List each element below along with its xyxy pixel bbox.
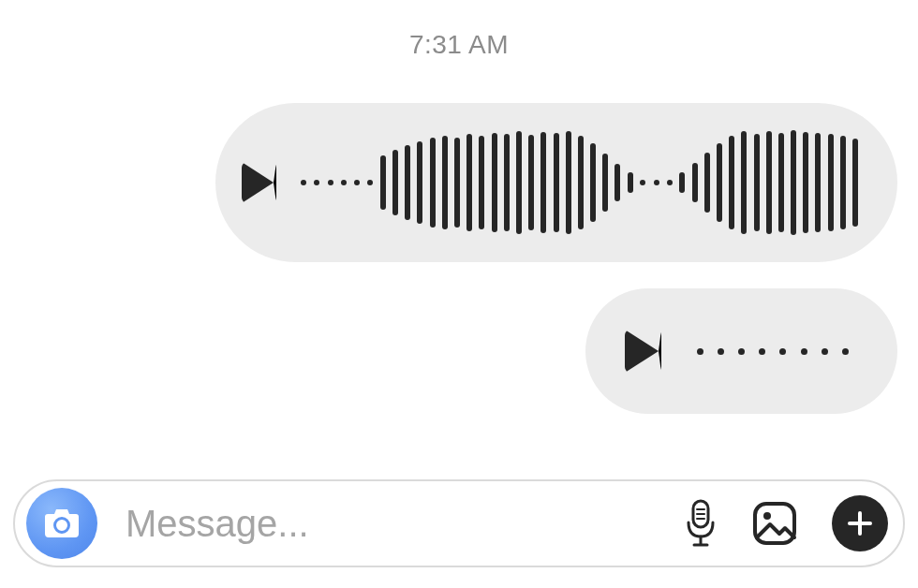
waveform-segment [328,180,333,185]
waveform-segment [778,133,784,232]
voice-message[interactable] [585,288,897,414]
chat-screen: 7:31 AM [0,0,918,588]
waveform-segment [766,131,772,234]
svg-rect-7 [755,504,794,543]
camera-icon [43,507,81,539]
gallery-button[interactable] [751,500,798,547]
waveform-segment [314,180,319,185]
waveform-segment [840,136,846,229]
waveform-segment [492,133,497,232]
waveform-segment [828,134,834,231]
waveform-segment [842,348,849,355]
waveform-segment [442,136,448,229]
waveform-segment [654,180,659,185]
play-icon[interactable] [625,330,661,373]
waveform-segment [803,132,808,233]
more-button[interactable] [832,495,888,551]
waveform-segment [614,164,620,201]
waveform[interactable] [301,130,858,235]
message-input[interactable] [124,502,658,546]
mic-icon [684,499,718,548]
waveform-segment [697,348,703,355]
waveform-segment [540,132,546,233]
waveform-segment [528,135,534,230]
waveform-segment [822,348,828,355]
waveform-segment [554,133,559,232]
waveform-segment [718,348,724,355]
waveform-segment [741,131,747,234]
conversation-timestamp: 7:31 AM [0,30,918,60]
waveform-segment [392,150,398,215]
waveform-segment [417,141,422,224]
plus-icon [846,509,874,537]
waveform-segment [729,136,734,229]
waveform-segment [791,130,796,235]
waveform-segment [590,143,596,222]
waveform-segment [602,154,608,212]
waveform-segment [405,145,410,220]
voice-message[interactable] [215,103,897,262]
waveform-segment [454,138,460,228]
waveform-segment [754,134,760,231]
waveform-segment [354,180,360,185]
waveform-segment [779,348,786,355]
waveform-segment [301,180,306,185]
composer-actions [684,495,888,551]
message-list [215,103,897,414]
waveform-segment [430,138,436,228]
camera-button[interactable] [26,488,97,559]
gallery-icon [751,500,798,547]
waveform-segment [679,172,685,193]
waveform-segment [566,131,571,234]
play-icon[interactable] [242,162,276,203]
waveform-segment [466,134,472,231]
waveform-segment [367,180,373,185]
waveform-segment [815,133,821,232]
waveform-segment [516,131,522,234]
waveform-segment [704,153,710,213]
waveform-segment [640,180,645,185]
waveform-segment [692,163,698,202]
waveform-segment [578,136,584,229]
waveform-segment [504,134,510,231]
waveform-segment [801,348,807,355]
waveform-segment [341,180,347,185]
message-composer [13,479,905,567]
waveform-segment [738,348,745,355]
waveform-segment [667,180,673,185]
mic-button[interactable] [684,499,718,548]
waveform-segment [852,139,858,227]
waveform[interactable] [693,348,852,355]
svg-point-8 [763,512,771,520]
waveform-segment [717,143,722,222]
waveform-segment [628,172,633,193]
waveform-segment [380,155,386,210]
waveform-segment [759,348,765,355]
waveform-segment [479,136,484,229]
